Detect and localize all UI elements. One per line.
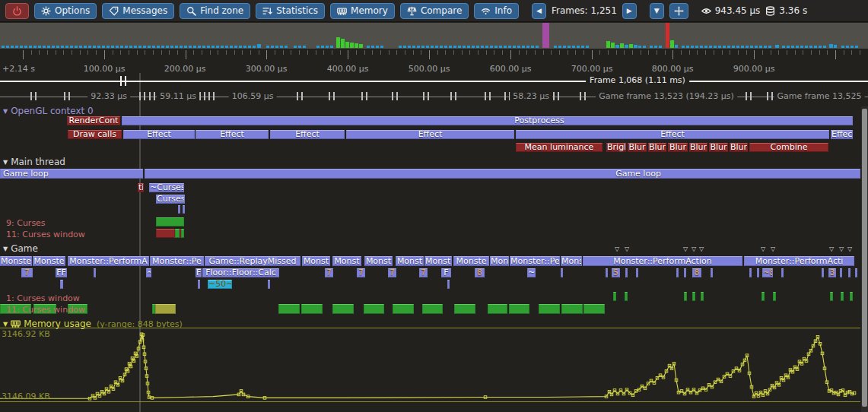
zone-box[interactable]: [278, 304, 300, 314]
zone-box[interactable]: 8: [692, 268, 701, 277]
zone-box[interactable]: 7: [419, 268, 428, 277]
zone-box[interactable]: [840, 268, 842, 277]
zone-box[interactable]: Monster::PerformA: [68, 256, 149, 266]
zoom-to-frame-button[interactable]: [669, 3, 688, 19]
zone-box[interactable]: 7: [357, 268, 365, 277]
statistics-button[interactable]: Statistics: [256, 3, 325, 19]
zone-box[interactable]: [364, 304, 384, 314]
section-header-mem[interactable]: ▼Memory usage(y-range: 848 bytes): [3, 319, 183, 331]
zone-box[interactable]: Mons: [490, 256, 509, 266]
section-header-game[interactable]: ▼Game: [3, 243, 38, 254]
zone-box[interactable]: Blur: [730, 143, 748, 152]
zone-box[interactable]: FF: [56, 268, 67, 277]
info-button[interactable]: Info: [474, 3, 519, 19]
zone-box[interactable]: Blur: [709, 143, 728, 152]
zone-box[interactable]: [848, 268, 851, 277]
zone-box[interactable]: [625, 268, 628, 277]
zone-box[interactable]: Monster::PerformActi: [744, 256, 854, 266]
zone-box[interactable]: Floor::Floor::Calc: [202, 268, 279, 277]
zone-box[interactable]: 3: [828, 268, 836, 277]
zone-box[interactable]: Draw calls: [68, 130, 122, 139]
next-frame-button[interactable]: ▶: [622, 3, 637, 19]
zone-box[interactable]: [606, 268, 608, 277]
zone-box[interactable]: [509, 304, 529, 314]
memory-button[interactable]: Memory: [330, 3, 395, 19]
go-to-frame-button[interactable]: ▼: [650, 3, 664, 19]
zone-box[interactable]: [539, 304, 560, 314]
zone-box[interactable]: Effect: [270, 130, 345, 139]
zone-box[interactable]: Effec: [831, 130, 853, 139]
zone-box[interactable]: Curses: [156, 195, 185, 204]
zone-box[interactable]: Mean luminance: [516, 143, 603, 152]
zone-box[interactable]: Effect: [196, 130, 269, 139]
zone-box[interactable]: [301, 304, 323, 314]
zone-box[interactable]: [183, 205, 185, 214]
compare-button[interactable]: Compare: [400, 3, 469, 19]
section-header-main-thread[interactable]: ▼Main thread: [3, 157, 65, 167]
zone-box[interactable]: [447, 280, 450, 289]
zone-box[interactable]: Combine: [749, 143, 828, 152]
zone-box[interactable]: [781, 268, 784, 277]
zone-box[interactable]: ~Curses: [149, 183, 184, 192]
zone-box[interactable]: Monst: [396, 256, 424, 266]
zone-box[interactable]: Brigh: [606, 143, 626, 152]
zone-box[interactable]: [332, 304, 354, 314]
frames-overview-graph[interactable]: [0, 23, 868, 49]
zone-box[interactable]: [156, 217, 184, 227]
zone-box[interactable]: Blur: [628, 143, 647, 152]
zone-box[interactable]: ti: [138, 183, 144, 192]
zone-box[interactable]: Monste: [33, 256, 65, 266]
zone-box[interactable]: Monster::Pe: [150, 256, 204, 266]
zone-box[interactable]: [198, 280, 200, 289]
zone-box[interactable]: Game::ReplayMissed: [205, 256, 300, 266]
zone-box[interactable]: [684, 268, 686, 277]
zone-box[interactable]: [757, 268, 759, 277]
zone-box[interactable]: ~8: [762, 268, 773, 277]
zone-box[interactable]: [583, 304, 605, 314]
zone-box[interactable]: 7: [388, 268, 396, 277]
find-zone-button[interactable]: Find zone: [180, 3, 250, 19]
options-button[interactable]: Options: [34, 3, 97, 19]
zone-box[interactable]: Monster::PerformAction: [583, 256, 742, 266]
zone-box[interactable]: [636, 268, 638, 277]
zone-box[interactable]: [181, 229, 184, 238]
section-header-opengl[interactable]: ▼OpenGL context 0: [3, 106, 94, 116]
memory-usage-graph[interactable]: [0, 0, 868, 412]
zone-box[interactable]: [178, 205, 180, 214]
zone-box[interactable]: [60, 280, 63, 289]
zone-box[interactable]: Monste: [0, 256, 32, 266]
zone-box[interactable]: Effect: [346, 130, 514, 139]
zone-box[interactable]: Monst: [332, 256, 361, 266]
zone-box[interactable]: Blur: [668, 143, 688, 152]
messages-button[interactable]: Messages: [102, 3, 174, 19]
zone-box[interactable]: 5: [612, 268, 620, 277]
zone-box[interactable]: Game loop: [145, 169, 860, 179]
zone-box[interactable]: [855, 268, 857, 277]
zone-box[interactable]: [156, 229, 175, 238]
zone-box[interactable]: 7: [325, 268, 333, 277]
zone-box[interactable]: [454, 304, 475, 314]
zone-box[interactable]: Monste: [424, 256, 452, 266]
zone-box[interactable]: Mons: [561, 256, 582, 266]
zone-box[interactable]: Monst: [302, 256, 330, 266]
zone-box[interactable]: [749, 268, 752, 277]
scrollbar-thumb[interactable]: [862, 109, 867, 407]
zone-box[interactable]: Monster::Pe: [510, 256, 560, 266]
zone-box[interactable]: F: [441, 268, 451, 277]
zone-box[interactable]: 7: [21, 268, 33, 277]
zone-box[interactable]: [422, 304, 443, 314]
zone-box[interactable]: 8: [475, 268, 485, 277]
zone-box[interactable]: Effect: [516, 130, 829, 139]
zone-box[interactable]: [94, 268, 96, 277]
zone-box[interactable]: Monste: [453, 256, 489, 266]
zone-box[interactable]: Monst: [364, 256, 393, 266]
zone-box[interactable]: F: [196, 268, 202, 277]
zone-box[interactable]: ~: [527, 268, 536, 277]
zone-box[interactable]: [561, 304, 583, 314]
zone-box[interactable]: [393, 304, 414, 314]
zone-box[interactable]: ~: [146, 268, 151, 277]
zone-box[interactable]: [155, 304, 176, 314]
zone-box[interactable]: Blur: [648, 143, 666, 152]
zone-box[interactable]: [822, 268, 824, 277]
zone-box[interactable]: Effect: [123, 130, 195, 139]
